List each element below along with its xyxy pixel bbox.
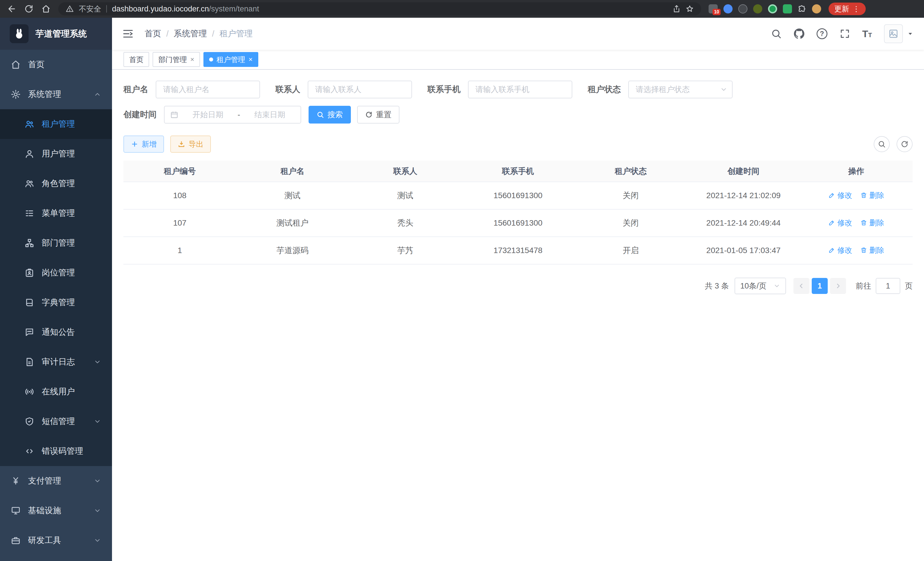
security-label[interactable]: 不安全 (79, 4, 101, 14)
range-separator: - (238, 110, 240, 119)
sidebar-item-home[interactable]: 首页 (0, 50, 112, 80)
sidebar-item-dev-tools[interactable]: 研发工具 (0, 526, 112, 555)
extensions-puzzle-icon[interactable] (798, 5, 806, 13)
tenant-name-input[interactable] (156, 81, 260, 98)
refresh-table-button[interactable] (897, 136, 913, 152)
sidebar-item-infra[interactable]: 基础设施 (0, 496, 112, 526)
sidebar-item-payment[interactable]: 支付管理 (0, 466, 112, 496)
delete-button[interactable]: 删除 (860, 190, 884, 200)
sidebar-item-sms[interactable]: 短信管理 (0, 407, 112, 436)
sidebar-item-tenant[interactable]: 租户管理 (0, 109, 112, 139)
edit-button[interactable]: 修改 (828, 218, 852, 228)
fullscreen-icon[interactable] (839, 28, 850, 39)
browser-update-button[interactable]: 更新 ⋮ (829, 3, 866, 15)
sidebar-item-error-code[interactable]: 错误码管理 (0, 436, 112, 466)
goto-page-input[interactable] (876, 278, 900, 294)
browser-back-icon[interactable] (7, 4, 16, 14)
header: 首页 / 系统管理 / 租户管理 ? TT (112, 18, 924, 50)
user-avatar-menu[interactable] (884, 24, 914, 43)
status-select[interactable] (628, 81, 733, 98)
chevron-down-icon (94, 477, 101, 485)
export-button[interactable]: 导出 (170, 135, 211, 153)
contact-input[interactable] (308, 81, 412, 98)
close-icon[interactable]: × (190, 56, 194, 63)
prev-page-button[interactable] (794, 278, 809, 294)
app-logo-row[interactable]: 芋道管理系统 (0, 18, 112, 50)
document-icon (25, 357, 34, 367)
sidebar-item-dict[interactable]: 字典管理 (0, 288, 112, 317)
page-size-select[interactable]: 10条/页 (735, 278, 786, 294)
edit-button[interactable]: 修改 (828, 245, 852, 255)
monitor-icon (11, 506, 21, 516)
date-range-picker[interactable]: 开始日期 - 结束日期 (164, 106, 301, 123)
extension-icon-1[interactable]: 10 (709, 4, 718, 14)
page-number-button[interactable]: 1 (812, 278, 828, 294)
breadcrumb-system[interactable]: 系统管理 (174, 28, 207, 39)
url-text[interactable]: dashboard.yudao.iocoder.cn/system/tenant (112, 5, 259, 14)
extension-icon-2[interactable] (723, 4, 733, 14)
page-unit-label: 页 (905, 281, 913, 291)
tenant-name-label: 租户名 (123, 84, 148, 95)
browser-menu-icon[interactable]: ⋮ (853, 5, 860, 14)
tab-tenant[interactable]: 租户管理 × (203, 52, 258, 67)
col-phone: 联系手机 (462, 161, 574, 182)
table-row: 107 测试租户 秃头 15601691300 关闭 2021-12-14 20… (123, 209, 913, 237)
sidebar-item-audit-log[interactable]: 审计日志 (0, 347, 112, 377)
phone-input[interactable] (468, 81, 572, 98)
extension-icon-3[interactable] (738, 4, 747, 14)
tags-view-bar: 首页 部门管理 × 租户管理 × (112, 50, 924, 70)
cell-status: 关闭 (574, 209, 687, 237)
tab-home[interactable]: 首页 (123, 52, 149, 67)
sidebar-item-system[interactable]: 系统管理 (0, 80, 112, 109)
github-icon[interactable] (794, 28, 805, 39)
extension-icon-5[interactable] (768, 4, 777, 14)
cell-id: 107 (123, 209, 236, 237)
extension-icon-6[interactable] (783, 4, 792, 14)
cell-actions: 修改 删除 (800, 237, 913, 264)
col-status: 租户状态 (574, 161, 687, 182)
close-icon[interactable]: × (249, 56, 253, 63)
header-search-icon[interactable] (771, 28, 782, 39)
chat-bubble-icon (25, 327, 34, 337)
sidebar-item-notice[interactable]: 通知公告 (0, 317, 112, 347)
sidebar-item-post[interactable]: 岗位管理 (0, 258, 112, 288)
sidebar-item-user[interactable]: 用户管理 (0, 139, 112, 169)
broadcast-icon (25, 387, 34, 397)
breadcrumb-separator: / (212, 29, 214, 39)
yen-icon (11, 476, 21, 486)
cell-contact: 芋艿 (349, 237, 462, 264)
cell-status: 关闭 (574, 182, 687, 209)
address-bar[interactable]: 不安全 dashboard.yudao.iocoder.cn/system/te… (58, 2, 701, 15)
reset-button[interactable]: 重置 (357, 106, 399, 123)
add-button[interactable]: 新增 (123, 135, 164, 153)
sidebar-item-role[interactable]: 角色管理 (0, 169, 112, 199)
delete-button[interactable]: 删除 (860, 245, 884, 255)
sidebar-item-dept[interactable]: 部门管理 (0, 228, 112, 258)
cell-name: 芋道源码 (236, 237, 349, 264)
tenant-users-icon (25, 119, 34, 129)
breadcrumb-home[interactable]: 首页 (145, 28, 161, 39)
bookmark-star-icon[interactable] (686, 5, 694, 13)
start-date-placeholder: 开始日期 (183, 110, 233, 120)
table-row: 1 芋道源码 芋艿 17321315478 开启 2021-01-05 17:0… (123, 237, 913, 264)
font-size-icon[interactable]: TT (862, 29, 872, 39)
profile-avatar-icon[interactable] (812, 4, 821, 14)
tab-dept[interactable]: 部门管理 × (153, 52, 200, 67)
sidebar-item-online-users[interactable]: 在线用户 (0, 377, 112, 407)
sidebar-item-menu[interactable]: 菜单管理 (0, 199, 112, 228)
cell-name: 测试 (236, 182, 349, 209)
cell-actions: 修改 删除 (800, 209, 913, 237)
sidebar-fold-icon[interactable] (122, 28, 134, 39)
code-icon (25, 446, 34, 456)
delete-button[interactable]: 删除 (860, 218, 884, 228)
browser-refresh-icon[interactable] (24, 4, 34, 14)
browser-home-icon[interactable] (41, 4, 51, 14)
chevron-up-icon (94, 91, 101, 98)
help-icon[interactable]: ? (817, 28, 827, 39)
share-icon[interactable] (673, 5, 681, 13)
edit-button[interactable]: 修改 (828, 190, 852, 200)
next-page-button[interactable] (830, 278, 846, 294)
search-button[interactable]: 搜索 (309, 106, 351, 123)
toggle-search-button[interactable] (874, 136, 890, 152)
extension-icon-4[interactable] (753, 4, 762, 14)
